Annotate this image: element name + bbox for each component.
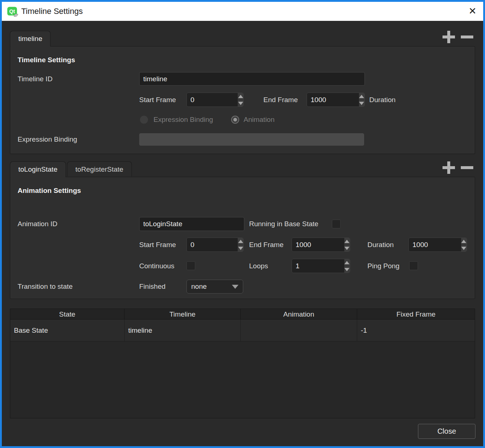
anim-end-frame-spin-down[interactable] [344, 245, 350, 251]
column-header-fixed-frame[interactable]: Fixed Frame [357, 309, 475, 320]
down-arrow-icon [461, 247, 466, 250]
start-frame-spinbox [186, 93, 244, 107]
up-arrow-icon [359, 95, 364, 98]
remove-animation-button[interactable] [459, 161, 475, 175]
start-frame-spin-down[interactable] [238, 100, 243, 107]
titlebar: Qt Timeline Settings ✕ [2, 2, 483, 21]
anim-start-frame-input[interactable] [187, 238, 237, 251]
minus-icon [461, 166, 473, 169]
tab-toregisterstate[interactable]: toRegisterState [67, 161, 132, 176]
up-arrow-icon [344, 261, 349, 264]
close-button[interactable]: Close [418, 424, 475, 439]
qt-app-icon: Qt [7, 5, 19, 17]
states-table: State Timeline Animation Fixed Frame Bas… [10, 309, 475, 418]
end-frame-spin-down[interactable] [359, 100, 364, 107]
window-title: Timeline Settings [21, 2, 83, 21]
animation-id-label: Animation ID [18, 217, 58, 231]
anim-duration-spin-up[interactable] [461, 238, 467, 245]
animation-settings-panel: Animation Settings Animation ID Running … [10, 177, 475, 299]
window-close-icon[interactable]: ✕ [462, 2, 483, 21]
anim-duration-input[interactable] [409, 238, 461, 251]
anim-end-frame-spinbox [292, 238, 350, 252]
loops-label: Loops [249, 259, 268, 273]
timeline-id-label: Timeline ID [18, 72, 52, 86]
table-header-row: State Timeline Animation Fixed Frame [10, 309, 475, 320]
anim-start-frame-spin-down[interactable] [238, 245, 243, 251]
anim-start-frame-label: Start Frame [139, 238, 176, 252]
duration-label: Duration [369, 93, 396, 107]
transition-to-state-label: Transition to state [18, 280, 73, 294]
finished-select-value: none [187, 283, 232, 291]
ping-pong-label: Ping Pong [367, 259, 400, 273]
anim-end-frame-input[interactable] [292, 238, 344, 251]
expression-binding-radio[interactable] [140, 116, 148, 124]
cell-state: Base State [10, 320, 125, 341]
svg-text:Qt: Qt [9, 8, 15, 14]
cell-animation [241, 320, 357, 341]
end-frame-spin-up[interactable] [359, 93, 364, 100]
animation-radio[interactable] [231, 116, 239, 124]
up-arrow-icon [344, 240, 349, 243]
minus-icon [461, 36, 473, 38]
end-frame-label: End Frame [263, 93, 298, 107]
add-animation-button[interactable] [441, 161, 457, 175]
running-in-base-state-checkbox[interactable] [332, 220, 341, 228]
anim-start-frame-spinbox [186, 238, 244, 252]
finished-select[interactable]: none [186, 280, 243, 294]
down-arrow-icon [344, 247, 349, 250]
animation-id-input[interactable] [139, 217, 244, 231]
loops-input[interactable] [292, 259, 344, 273]
anim-duration-label: Duration [367, 238, 394, 252]
up-arrow-icon [238, 95, 243, 98]
down-arrow-icon [359, 102, 364, 105]
down-arrow-icon [238, 247, 243, 250]
start-frame-spin-up[interactable] [238, 93, 243, 100]
anim-duration-spinbox [408, 238, 467, 252]
anim-end-frame-label: End Frame [249, 238, 284, 252]
add-timeline-button[interactable] [441, 30, 457, 44]
animation-radio-label: Animation [244, 116, 275, 124]
timeline-settings-heading: Timeline Settings [18, 56, 75, 64]
column-header-state[interactable]: State [10, 309, 125, 320]
timeline-settings-dialog: Qt Timeline Settings ✕ timeline Timeline… [0, 0, 485, 448]
down-arrow-icon [344, 268, 349, 271]
animation-tabbar: toLoginState toRegisterState [10, 161, 133, 177]
down-arrow-icon [238, 102, 243, 105]
expression-binding-input[interactable] [139, 133, 364, 146]
expression-binding-label: Expression Binding [18, 133, 77, 146]
tab-tologinstate[interactable]: toLoginState [10, 161, 66, 177]
loops-spin-down[interactable] [344, 266, 350, 273]
anim-start-frame-spin-up[interactable] [238, 238, 243, 245]
up-arrow-icon [461, 240, 466, 243]
expression-binding-radio-label: Expression Binding [153, 116, 213, 124]
column-header-animation[interactable]: Animation [241, 309, 357, 320]
timeline-settings-panel: Timeline Settings Timeline ID Start Fram… [10, 46, 475, 154]
continuous-label: Continuous [139, 259, 174, 273]
remove-timeline-button[interactable] [459, 30, 475, 44]
ping-pong-checkbox[interactable] [409, 261, 418, 270]
anim-end-frame-spin-up[interactable] [344, 238, 350, 245]
end-frame-spinbox [307, 93, 365, 107]
cell-fixed-frame: -1 [357, 320, 475, 341]
timeline-id-input[interactable] [139, 72, 365, 86]
end-frame-input[interactable] [307, 93, 359, 107]
start-frame-label: Start Frame [139, 93, 176, 107]
timeline-tabbar: timeline [10, 31, 52, 46]
cell-timeline: timeline [125, 320, 241, 341]
loops-spinbox [292, 259, 350, 273]
continuous-checkbox[interactable] [186, 261, 195, 270]
animation-settings-heading: Animation Settings [18, 187, 81, 195]
column-header-timeline[interactable]: Timeline [125, 309, 241, 320]
dropdown-arrow-icon [232, 285, 238, 289]
anim-duration-spin-down[interactable] [461, 245, 467, 251]
running-in-base-state-label: Running in Base State [249, 217, 318, 231]
finished-label: Finished [139, 280, 166, 294]
loops-spin-up[interactable] [344, 259, 350, 266]
dialog-content: timeline Timeline Settings Timeline ID S… [2, 21, 483, 446]
start-frame-input[interactable] [187, 93, 237, 107]
table-row[interactable]: Base State timeline -1 [10, 320, 475, 341]
up-arrow-icon [238, 240, 243, 243]
tab-timeline[interactable]: timeline [10, 31, 51, 46]
